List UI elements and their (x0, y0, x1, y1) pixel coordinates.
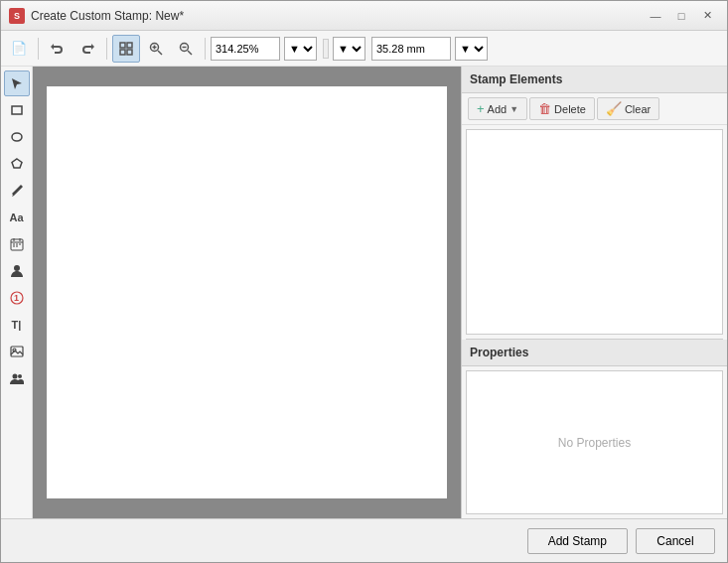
svg-rect-0 (120, 43, 125, 48)
zoom-input[interactable] (211, 37, 280, 61)
tool-number[interactable]: 1 (4, 285, 30, 311)
mm-select[interactable]: ▼ (455, 37, 488, 61)
stamp-elements-header: Stamp Elements (462, 67, 727, 93)
undo-button[interactable] (44, 35, 72, 63)
minimize-button[interactable]: — (644, 6, 667, 26)
close-button[interactable]: ✕ (695, 6, 719, 26)
tool-user[interactable] (4, 258, 30, 284)
svg-rect-11 (12, 106, 22, 114)
canvas-right-bar (447, 86, 461, 498)
left-toolbar: Aa 1 T| (1, 67, 33, 518)
properties-header: Properties (462, 340, 727, 366)
canvas-area (33, 67, 461, 518)
svg-line-9 (188, 51, 192, 55)
svg-rect-3 (127, 50, 132, 55)
canvas-top-bar (33, 67, 461, 86)
redo-button[interactable] (73, 35, 101, 63)
zoom-out-button[interactable] (172, 35, 200, 63)
svg-rect-2 (120, 50, 125, 55)
mm-input[interactable] (371, 37, 451, 61)
color-swatch[interactable] (323, 39, 329, 59)
svg-point-23 (14, 265, 20, 271)
add-dropdown-arrow: ▼ (510, 104, 518, 114)
zoom-select[interactable]: ▼ (284, 37, 317, 61)
svg-rect-1 (127, 43, 132, 48)
tool-rectangle[interactable] (4, 97, 30, 123)
cancel-button[interactable]: Cancel (636, 528, 715, 554)
svg-point-12 (12, 133, 22, 141)
delete-icon: 🗑 (538, 101, 551, 116)
add-stamp-button[interactable]: Add Stamp (527, 528, 628, 554)
svg-point-28 (18, 374, 22, 378)
tool-polygon[interactable] (4, 151, 30, 177)
tool-text-input[interactable]: T| (4, 312, 30, 338)
clear-elements-button[interactable]: 🧹 Clear (597, 97, 659, 120)
tool-select[interactable] (4, 70, 30, 96)
tool-ellipse[interactable] (4, 124, 30, 150)
bottom-bar: Add Stamp Cancel (1, 518, 727, 562)
clear-icon: 🧹 (606, 101, 622, 116)
properties-section: Properties No Properties (462, 340, 727, 518)
toolbar-sep-3 (205, 38, 206, 60)
tool-text-aa[interactable]: Aa (4, 205, 30, 230)
main-toolbar: 📄 ▼ ▼ ▼ (1, 31, 727, 67)
canvas-bottom-bar (33, 498, 461, 518)
maximize-button[interactable]: □ (669, 6, 693, 26)
add-element-button[interactable]: + Add ▼ (468, 97, 527, 120)
color-select[interactable]: ▼ (333, 37, 365, 61)
canvas-inner (33, 86, 461, 498)
delete-element-button[interactable]: 🗑 Delete (529, 97, 595, 120)
canvas-left-bar (33, 86, 47, 498)
toolbar-sep-2 (106, 38, 107, 60)
toolbar-sep-1 (38, 38, 39, 60)
title-bar: S Create Custom Stamp: New* — □ ✕ (1, 1, 727, 31)
tool-pencil[interactable] (4, 178, 30, 204)
zoom-in-button[interactable] (142, 35, 170, 63)
fit-button[interactable] (112, 35, 140, 63)
svg-point-27 (12, 374, 17, 379)
canvas-drawing-area[interactable] (47, 86, 447, 498)
svg-marker-13 (12, 159, 22, 168)
svg-rect-25 (11, 347, 23, 356)
main-content: Aa 1 T| (1, 67, 727, 518)
toolbar-file-btn[interactable]: 📄 (5, 35, 33, 63)
right-panel: Stamp Elements + Add ▼ 🗑 Delete 🧹 Clear (461, 67, 727, 518)
stamp-elements-toolbar: + Add ▼ 🗑 Delete 🧹 Clear (462, 93, 727, 125)
svg-line-5 (158, 51, 162, 55)
tool-group[interactable] (4, 365, 30, 391)
tool-image[interactable] (4, 339, 30, 364)
properties-content: No Properties (466, 370, 723, 514)
stamp-elements-list[interactable] (466, 129, 723, 335)
app-icon: S (9, 8, 25, 24)
main-window: S Create Custom Stamp: New* — □ ✕ 📄 ▼ (0, 0, 728, 563)
window-title: Create Custom Stamp: New* (31, 9, 644, 23)
window-controls: — □ ✕ (644, 6, 719, 26)
tool-date[interactable] (4, 231, 30, 257)
add-icon: + (477, 101, 485, 116)
no-properties-text: No Properties (558, 436, 631, 450)
